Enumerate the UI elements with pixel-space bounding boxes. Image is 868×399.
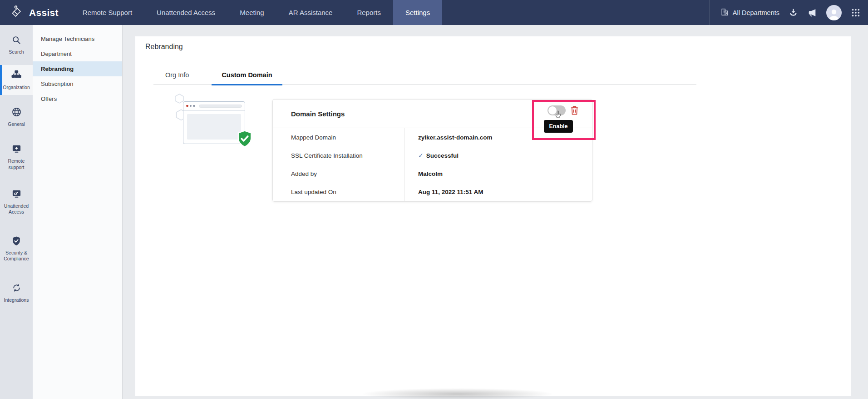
department-selector[interactable]: All Departments	[720, 8, 779, 18]
remote-screen-plus-icon	[11, 144, 22, 156]
browser-titlebar	[183, 102, 245, 110]
sidebar-item-rebranding[interactable]: Rebranding	[33, 61, 122, 76]
rail-item-unattended-access[interactable]: Unattended Access	[0, 184, 33, 219]
sidebar-item-offers[interactable]: Offers	[33, 91, 122, 106]
top-navigation: Assist Remote Support Unattended Access …	[0, 0, 868, 25]
row-label: Added by	[273, 165, 404, 183]
window-dot-red	[186, 105, 188, 107]
rail-label: Unattended Access	[3, 203, 30, 215]
nav-item-ar-assistance[interactable]: AR Assistance	[276, 0, 345, 25]
nav-divider	[709, 0, 710, 25]
nav-item-meeting[interactable]: Meeting	[227, 0, 276, 25]
org-chart-icon	[11, 70, 22, 82]
avatar[interactable]	[826, 5, 842, 20]
url-bar-graphic	[199, 105, 242, 108]
app-window: Assist Remote Support Unattended Access …	[0, 0, 868, 399]
row-label: Mapped Domain	[273, 128, 404, 146]
building-icon	[720, 8, 729, 18]
ssl-status-text: Successful	[426, 152, 459, 159]
sidebar-item-subscription[interactable]: Subscription	[33, 76, 122, 91]
main-content: Rebranding Org Info Custom Domain	[123, 25, 868, 399]
rail-item-remote-support[interactable]: Remote support	[0, 139, 33, 175]
tab-org-info[interactable]: Org Info	[163, 68, 191, 85]
nav-item-unattended-access[interactable]: Unattended Access	[144, 0, 227, 25]
nav-item-remote-support[interactable]: Remote Support	[70, 0, 144, 25]
rail-label: Search	[9, 49, 24, 55]
mapped-domain-value: zylker.assist-domain.com	[404, 134, 493, 141]
sidebar-item-department[interactable]: Department	[33, 46, 122, 61]
browser-content-graphic	[187, 114, 241, 140]
rail-label: Organization	[3, 85, 30, 90]
table-row: Added by Malcolm	[273, 165, 592, 183]
settings-icon-rail: Search Organization	[0, 25, 33, 399]
rebranding-panel: Rebranding Org Info Custom Domain	[135, 36, 851, 396]
rail-item-general[interactable]: General	[0, 102, 33, 132]
screen-key-icon	[11, 189, 22, 201]
tab-custom-domain[interactable]: Custom Domain	[212, 68, 282, 85]
success-check-icon: ✓	[418, 152, 424, 159]
organization-submenu: Manage Technicians Department Rebranding…	[33, 25, 123, 399]
apps-grid-icon[interactable]	[851, 8, 861, 18]
nav-right-cluster: All Departments	[709, 0, 868, 25]
assist-logo-icon	[10, 5, 25, 21]
sync-arrows-icon	[11, 283, 22, 295]
department-label: All Departments	[733, 9, 779, 16]
primary-nav: Remote Support Unattended Access Meeting…	[70, 0, 442, 25]
search-icon	[11, 35, 21, 47]
rail-item-search[interactable]: Search	[0, 30, 33, 60]
panel-header: Rebranding	[135, 36, 851, 57]
window-dot-gray	[190, 105, 192, 107]
shield-check-icon	[11, 236, 21, 248]
row-label: Last updated On	[273, 183, 404, 201]
delete-domain-icon[interactable]	[570, 105, 579, 117]
verified-shield-icon	[237, 130, 252, 150]
row-label: SSL Certificate Installation	[273, 146, 404, 165]
enable-tooltip: Enable	[544, 120, 573, 133]
sidebar-item-manage-technicians[interactable]: Manage Technicians	[33, 31, 122, 46]
rail-item-security-compliance[interactable]: Security & Compliance	[0, 231, 33, 266]
page-bottom-shadow	[360, 388, 555, 399]
rail-label: Remote support	[3, 158, 30, 170]
rail-label: General	[8, 121, 25, 127]
brand[interactable]: Assist	[0, 0, 70, 25]
ssl-status-value: ✓ Successful	[404, 152, 459, 159]
rail-label: Integrations	[4, 297, 29, 303]
window-dot-gray	[193, 105, 195, 107]
table-row: Last updated On Aug 11, 2022 11:51 AM	[273, 183, 592, 201]
table-row: SSL Certificate Installation ✓ Successfu…	[273, 146, 592, 165]
card-title: Domain Settings	[291, 110, 345, 118]
last-updated-value: Aug 11, 2022 11:51 AM	[404, 189, 483, 195]
page-title: Rebranding	[145, 43, 183, 51]
brand-name: Assist	[29, 7, 59, 18]
added-by-value: Malcolm	[404, 170, 443, 177]
hand-cursor-icon	[554, 110, 562, 121]
rail-label: Security & Compliance	[3, 250, 30, 262]
download-icon[interactable]	[789, 8, 798, 17]
globe-icon	[11, 107, 22, 119]
announcement-icon[interactable]	[807, 8, 817, 18]
rail-item-integrations[interactable]: Integrations	[0, 278, 33, 308]
rebranding-tabs: Org Info Custom Domain	[153, 68, 696, 85]
rail-item-organization[interactable]: Organization	[0, 65, 33, 95]
nav-item-reports[interactable]: Reports	[345, 0, 393, 25]
nav-item-settings[interactable]: Settings	[393, 0, 442, 25]
browser-window-graphic	[183, 101, 245, 144]
domain-illustration	[183, 101, 256, 151]
